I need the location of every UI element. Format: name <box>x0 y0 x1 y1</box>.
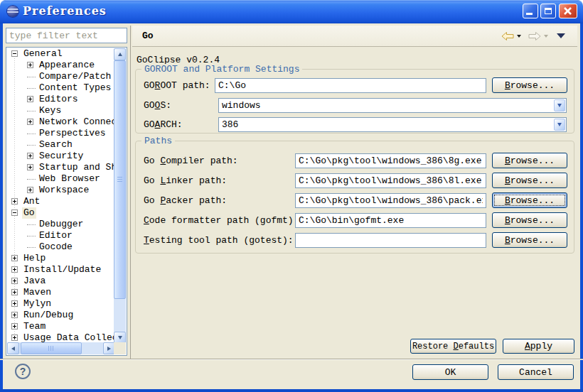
tree-item-label: Security <box>38 151 85 162</box>
tree-expander-icon[interactable] <box>11 312 18 318</box>
back-arrow-icon[interactable] <box>501 32 514 40</box>
minimize-button[interactable] <box>523 4 538 18</box>
help-button[interactable]: ? <box>15 364 31 379</box>
tree-horizontal-scrollbar[interactable] <box>7 342 115 354</box>
testing-tool-path-input[interactable] <box>295 233 486 248</box>
tree-expander-icon[interactable] <box>11 300 18 307</box>
tree-item[interactable]: Team <box>7 321 115 332</box>
apply-button[interactable]: Apply <box>503 339 574 354</box>
maximize-button[interactable] <box>540 4 556 18</box>
back-history-dropdown-icon[interactable] <box>517 35 521 38</box>
go-packer-path-input[interactable] <box>295 193 486 208</box>
browse-testing-button[interactable]: Browse... <box>492 232 567 248</box>
label-text: GO <box>144 80 155 91</box>
tree-item[interactable]: Debugger <box>7 219 115 230</box>
chevron-down-icon[interactable] <box>554 119 565 131</box>
label-text: ompiler path: <box>166 156 237 166</box>
tree-item[interactable]: Go <box>7 207 115 219</box>
tree-item-label: Debugger <box>38 219 85 230</box>
label-text: esting tool path (gotest): <box>149 235 294 246</box>
tree-expander-icon[interactable] <box>27 96 33 102</box>
restore-defaults-button[interactable]: Restore Defaults <box>410 339 496 354</box>
vertical-scroll-thumb[interactable] <box>114 60 126 299</box>
tree-item[interactable]: Java <box>7 276 115 287</box>
tree-item[interactable]: Compare/Patch <box>7 71 115 82</box>
tree-item[interactable]: Help <box>7 253 115 264</box>
ok-button[interactable]: OK <box>412 364 488 380</box>
goarch-combo[interactable]: 386 <box>218 117 567 132</box>
tree-item[interactable]: Perspectives <box>7 128 115 139</box>
button-text: pply <box>530 341 552 352</box>
tree-expander-icon[interactable] <box>11 50 18 57</box>
horizontal-scroll-thumb[interactable] <box>21 342 82 354</box>
chevron-down-icon <box>118 336 122 339</box>
tree-item[interactable]: Search <box>7 139 115 151</box>
tree-vertical-scrollbar[interactable] <box>114 48 126 344</box>
browse-goroot-button[interactable]: Browse... <box>492 77 567 93</box>
view-menu-icon[interactable] <box>557 33 565 38</box>
tree-expander-icon[interactable] <box>27 119 33 125</box>
tree-item[interactable]: Mylyn <box>7 298 115 310</box>
tree-item[interactable]: Editors <box>7 94 115 105</box>
tree-item[interactable]: Editor <box>7 230 115 241</box>
tree-item[interactable]: Web Browser <box>7 173 115 185</box>
tree-item-label: General <box>22 48 64 60</box>
label-text: S: <box>160 100 171 111</box>
scroll-up-button[interactable] <box>114 48 126 60</box>
close-button[interactable] <box>559 4 577 18</box>
tree-item[interactable]: Gocode <box>7 241 115 253</box>
tree-item[interactable]: Ant <box>7 196 115 207</box>
code-formatter-path-input[interactable] <box>295 213 486 228</box>
filter-input[interactable] <box>6 28 127 43</box>
tree-item-label: Content Types <box>38 82 112 94</box>
tree-item-label: Workspace <box>38 185 90 196</box>
go-compiler-path-input[interactable] <box>295 153 486 168</box>
tree-item[interactable]: Security <box>7 151 115 162</box>
forward-arrow-icon <box>528 32 541 40</box>
tree-item-label: Keys <box>38 105 63 116</box>
cancel-button[interactable]: Cancel <box>498 364 574 380</box>
tree-item-label: Search <box>38 139 74 151</box>
tree-expander-icon[interactable] <box>11 209 18 216</box>
label-text: ode formatter path (gofmt): <box>149 215 299 226</box>
tree-expander-icon[interactable] <box>11 278 18 284</box>
tree-expander-icon[interactable] <box>11 266 18 273</box>
tree-item[interactable]: Network Connections <box>7 116 115 128</box>
go-compiler-path-label: Go Compiler path: <box>144 156 238 167</box>
tree-item[interactable]: Workspace <box>7 185 115 196</box>
tree-expander-icon[interactable] <box>11 334 18 341</box>
tree-item[interactable]: Content Types <box>7 82 115 94</box>
go-linker-path-input[interactable] <box>295 173 486 188</box>
tree-item[interactable]: Keys <box>7 105 115 116</box>
tree-expander-icon[interactable] <box>11 289 18 295</box>
chevron-down-icon[interactable] <box>554 99 565 111</box>
label-mnemonic: C <box>144 215 149 226</box>
tree-item-label: Maven <box>22 287 53 298</box>
go-packer-path-label: Go Packer path: <box>144 195 227 207</box>
browse-compiler-button[interactable]: Browse... <box>492 153 567 168</box>
window-title: Preferences <box>23 4 107 18</box>
browse-linker-button[interactable]: Browse... <box>492 173 567 188</box>
tree-expander-icon[interactable] <box>27 62 33 68</box>
tree-expander-icon[interactable] <box>11 198 18 205</box>
goroot-path-input[interactable] <box>215 78 486 93</box>
goroot-settings-group-title: GOROOT and Platform Settings <box>141 64 302 75</box>
window-border-bottom <box>0 389 583 392</box>
tree-item[interactable]: Maven <box>7 287 115 298</box>
goroot-path-label: GOROOT path: <box>144 80 210 92</box>
goos-combo[interactable]: windows <box>218 98 567 113</box>
tree-item[interactable]: General <box>7 48 115 60</box>
browse-packer-button[interactable]: Browse... <box>492 192 567 208</box>
tree-expander-icon[interactable] <box>27 187 33 193</box>
tree-item[interactable]: Startup and Shutdown <box>7 162 115 173</box>
tree-item[interactable]: Run/Debug <box>7 310 115 321</box>
tree-expander-icon[interactable] <box>27 153 33 159</box>
browse-formatter-button[interactable]: Browse... <box>492 212 567 228</box>
tree-expander-icon[interactable] <box>27 164 33 170</box>
tree-item[interactable]: Install/Update <box>7 264 115 276</box>
scroll-left-button[interactable] <box>7 342 19 354</box>
tree-item[interactable]: Appearance <box>7 60 115 71</box>
button-mnemonic: B <box>505 195 510 206</box>
tree-expander-icon[interactable] <box>11 255 18 261</box>
tree-expander-icon[interactable] <box>11 323 18 330</box>
